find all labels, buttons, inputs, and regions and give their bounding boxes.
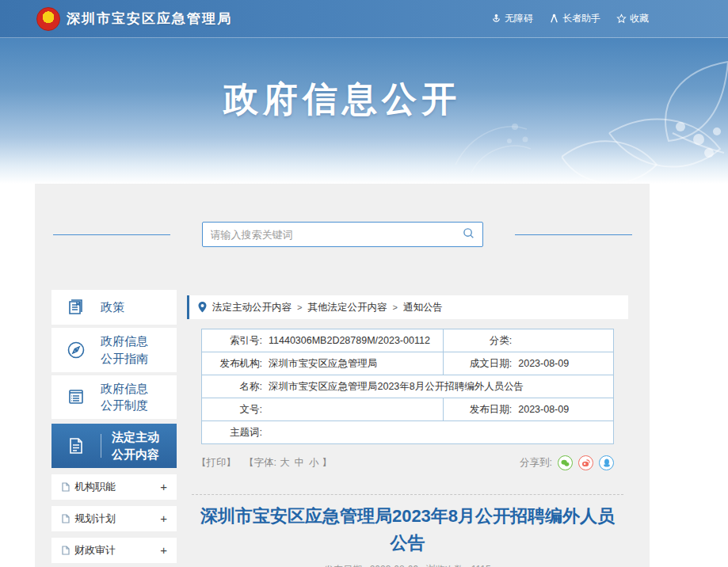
sidebar-item-label: 政策 <box>101 299 156 316</box>
search-icon <box>463 227 475 242</box>
weibo-share-icon[interactable] <box>578 455 593 470</box>
star-icon <box>616 13 627 24</box>
font-size-medium-button[interactable]: 中 <box>294 456 304 470</box>
page-banner: 政府信息公开 <box>0 38 728 184</box>
wechat-share-icon[interactable] <box>558 455 573 470</box>
article-toolbar: 【打印】 【字体: 大 中 小 】 分享到: <box>196 455 614 470</box>
elder-assistant-link[interactable]: 长者助手 <box>549 12 600 25</box>
field-label: 成文日期: <box>448 357 512 371</box>
active-item-divider <box>101 434 101 458</box>
breadcrumb: 法定主动公开内容 > 其他法定公开内容 > 通知公告 <box>187 295 628 319</box>
content-area: 法定主动公开内容 > 其他法定公开内容 > 通知公告 索引号:11440306M… <box>187 284 628 567</box>
sidebar-item-info-guide[interactable]: 政府信息公开指南 <box>51 328 177 372</box>
document-number-cell: 文号: <box>202 398 444 421</box>
field-label: 发布日期: <box>448 403 512 417</box>
dashed-divider <box>192 494 623 495</box>
location-pin-icon <box>198 302 207 313</box>
field-label: 主题词: <box>207 426 262 440</box>
sidebar-subitem-org-functions[interactable]: 机构职能 + <box>51 474 177 500</box>
search-section <box>35 222 650 247</box>
font-size-small-button[interactable]: 小 <box>309 456 319 470</box>
publish-date-cell: 发布日期:2023-08-09 <box>444 398 614 421</box>
article-meta: 发布日期:2023-08-09 浏览次数:1115 <box>187 563 628 567</box>
expand-plus-icon[interactable]: + <box>160 512 167 524</box>
publisher-cell: 发布机构:深圳市宝安区应急管理局 <box>202 352 444 375</box>
flower-decoration <box>562 38 728 184</box>
breadcrumb-separator: > <box>392 303 397 312</box>
accessibility-label: 无障碍 <box>505 12 533 25</box>
field-label: 文号: <box>207 403 262 417</box>
views-label: 浏览次数: <box>425 564 466 567</box>
left-decorative-line <box>53 234 170 235</box>
sidebar-item-policy[interactable]: 政策 <box>51 290 177 325</box>
document-info-table: 索引号:11440306MB2D28789M/2023-00112 分类: 发布… <box>201 329 614 444</box>
search-input[interactable] <box>211 229 463 241</box>
header-links: 无障碍 长者助手 收藏 <box>491 12 649 25</box>
field-label: 名称: <box>207 380 262 394</box>
category-cell: 分类: <box>444 329 614 352</box>
issue-date-cell: 成文日期:2023-08-09 <box>444 352 614 375</box>
sidebar-item-label: 法定主动公开内容 <box>112 428 167 463</box>
sidebar-item-statutory-disclosure[interactable]: 法定主动公开内容 <box>51 424 177 468</box>
field-value: 2023-08-09 <box>518 358 569 369</box>
national-emblem-logo: ★ <box>36 7 60 31</box>
share-label: 分享到: <box>520 456 552 470</box>
book-icon <box>51 297 101 318</box>
field-value: 11440306MB2D28789M/2023-00112 <box>269 335 430 346</box>
font-size-prefix: 【字体: <box>244 456 276 470</box>
field-value: 2023-08-09 <box>518 404 569 415</box>
article-title: 深圳市宝安区应急管理局2023年8月公开招聘编外人员公告 <box>198 503 617 557</box>
print-button[interactable]: 【打印】 <box>196 456 236 470</box>
field-value: 深圳市宝安区应急管理局2023年8月公开招聘编外人员公告 <box>269 381 524 392</box>
field-value: 深圳市宝安区应急管理局 <box>269 358 378 369</box>
main-panel: 政策 政府信息公开指南 政府信息公开制度 <box>35 184 650 567</box>
publish-date-label: 发布日期: <box>324 564 364 567</box>
site-title: 深圳市宝安区应急管理局 <box>67 10 232 28</box>
table-row: 索引号:11440306MB2D28789M/2023-00112 分类: <box>202 329 614 352</box>
sidebar-subitem-label: 规划计划 <box>74 512 116 526</box>
elder-assistant-icon <box>549 13 559 24</box>
sidebar-subitem-planning[interactable]: 规划计划 + <box>51 506 177 531</box>
expand-plus-icon[interactable]: + <box>160 481 167 493</box>
table-row: 名称:深圳市宝安区应急管理局2023年8月公开招聘编外人员公告 <box>202 375 614 398</box>
sidebar-subitem-finance-audit[interactable]: 财政审计 + <box>51 538 177 563</box>
sidebar: 政策 政府信息公开指南 政府信息公开制度 <box>51 284 177 567</box>
elder-assistant-label: 长者助手 <box>562 12 600 25</box>
page-icon <box>61 514 70 523</box>
sidebar-item-label: 政府信息公开制度 <box>101 380 156 415</box>
breadcrumb-item[interactable]: 其他法定公开内容 <box>307 301 387 314</box>
sidebar-item-label: 政府信息公开指南 <box>101 333 156 367</box>
publish-date-value: 2023-08-09 <box>370 564 418 567</box>
breadcrumb-separator: > <box>297 303 302 312</box>
font-size-suffix: 】 <box>322 456 332 470</box>
search-box <box>202 222 483 247</box>
sidebar-item-info-system[interactable]: 政府信息公开制度 <box>51 375 177 420</box>
font-size-large-button[interactable]: 大 <box>280 456 290 470</box>
compass-icon <box>51 340 101 360</box>
field-label: 发布机构: <box>207 357 262 371</box>
table-row: 主题词: <box>202 421 614 444</box>
breadcrumb-item[interactable]: 法定主动公开内容 <box>212 301 292 314</box>
document-name-cell: 名称:深圳市宝安区应急管理局2023年8月公开招聘编外人员公告 <box>202 375 614 398</box>
notebook-icon <box>51 386 101 407</box>
expand-plus-icon[interactable]: + <box>160 544 167 556</box>
favorite-link[interactable]: 收藏 <box>616 12 649 25</box>
site-header: ★ 深圳市宝安区应急管理局 无障碍 长者助手 收藏 <box>0 0 728 38</box>
views-value: 1115 <box>471 564 491 567</box>
table-row: 发布机构:深圳市宝安区应急管理局 成文日期:2023-08-09 <box>202 352 614 375</box>
search-button[interactable] <box>463 227 475 242</box>
document-icon <box>51 436 101 456</box>
index-number-cell: 索引号:11440306MB2D28789M/2023-00112 <box>202 329 444 352</box>
accessibility-link[interactable]: 无障碍 <box>491 12 533 25</box>
qq-share-icon[interactable] <box>599 455 614 470</box>
accessibility-icon <box>491 13 501 24</box>
breadcrumb-item[interactable]: 通知公告 <box>403 301 443 314</box>
table-row: 文号: 发布日期:2023-08-09 <box>202 398 614 421</box>
page-icon <box>61 546 70 555</box>
favorite-label: 收藏 <box>630 12 649 25</box>
page-icon <box>61 482 70 492</box>
sidebar-subitem-label: 机构职能 <box>74 480 116 494</box>
banner-title: 政府信息公开 <box>35 76 650 123</box>
keywords-cell: 主题词: <box>202 421 614 444</box>
field-label: 分类: <box>448 334 512 348</box>
